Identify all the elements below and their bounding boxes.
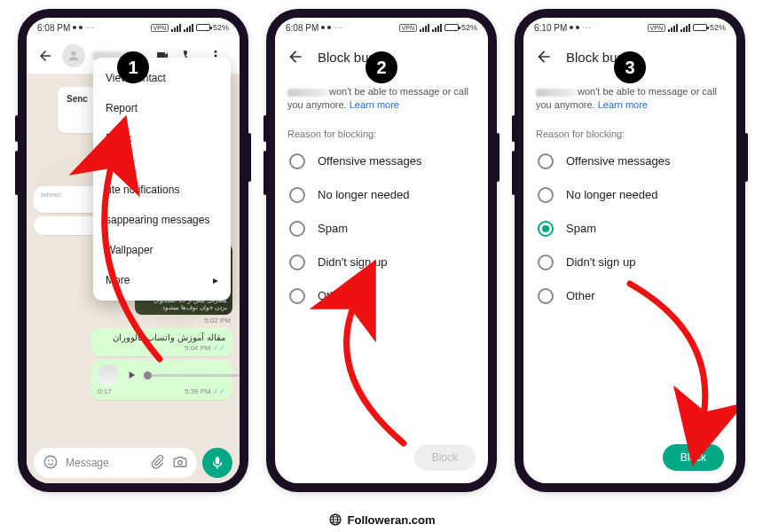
menu-mute[interactable]: ute notifications — [93, 175, 231, 205]
back-icon[interactable] — [35, 46, 55, 66]
menu-view-contact[interactable]: View contact — [93, 63, 231, 93]
svg-point-6 — [178, 460, 183, 465]
menu-report[interactable]: Report — [93, 93, 231, 123]
svg-point-4 — [48, 459, 50, 461]
menu-disappearing[interactable]: sappearing messages — [93, 205, 231, 235]
chevron-right-icon: ▸ — [213, 274, 218, 286]
status-time: 6:08 PM — [286, 23, 319, 33]
step-badge-1: 1 — [117, 51, 149, 83]
globe-icon — [328, 512, 342, 527]
back-icon[interactable] — [534, 47, 554, 66]
chat-input-bar: Message — [27, 442, 240, 483]
learn-more-link[interactable]: Learn more — [598, 99, 648, 110]
status-time: 6:08 PM — [37, 23, 70, 33]
block-button: Block — [414, 444, 476, 471]
reason-didnt-signup[interactable]: Didn't sign up — [529, 246, 731, 279]
emoji-icon[interactable] — [43, 454, 59, 473]
reason-label: Reason for blocking: — [523, 121, 736, 145]
reason-other[interactable]: Other — [280, 279, 483, 313]
reason-spam[interactable]: Spam — [280, 212, 483, 246]
step-badge-3: 3 — [614, 51, 646, 83]
reason-offensive[interactable]: Offensive messages — [529, 145, 731, 178]
reason-label: Reason for blocking: — [275, 121, 488, 145]
play-icon[interactable] — [124, 368, 138, 382]
learn-more-link[interactable]: Learn more — [350, 99, 399, 110]
signal-icon — [171, 24, 181, 32]
overflow-menu: View contact Report Block ute notificati… — [93, 58, 231, 301]
reason-no-longer[interactable]: No longer needed — [529, 178, 731, 212]
svg-point-1 — [215, 54, 217, 57]
status-time: 6:10 PM — [534, 23, 567, 33]
avatar[interactable] — [62, 44, 85, 67]
outgoing-voice[interactable]: 0:17 5:39 PM ✓✓ — [90, 360, 232, 400]
reason-list: Offensive messages No longer needed Spam… — [523, 145, 736, 313]
step-badge-2: 2 — [366, 51, 397, 83]
phone-screen-1: 6:08 PM ⋯ VPN 52% — [18, 9, 248, 492]
camera-icon[interactable] — [172, 454, 188, 473]
svg-point-5 — [51, 459, 53, 461]
status-bar: 6:08 PM ⋯ VPN 52% — [275, 18, 488, 37]
signal-icon — [184, 24, 193, 32]
menu-more[interactable]: More ▸ — [93, 265, 231, 295]
attach-icon[interactable] — [149, 454, 165, 473]
battery-icon — [196, 24, 210, 31]
menu-block[interactable]: Block — [93, 123, 231, 153]
phone-screen-3: 6:10 PM ⋯ VPN 52% Block busin — [515, 9, 745, 492]
mic-button[interactable] — [202, 448, 232, 478]
block-button[interactable]: Block — [663, 444, 724, 471]
battery-pct: 52% — [213, 23, 229, 32]
reason-list: Offensive messages No longer needed Spam… — [275, 145, 488, 313]
outgoing-message[interactable]: مقاله آموزش واتساپ فالووران 5:04 PM ✓✓ — [90, 328, 232, 356]
reason-didnt-signup[interactable]: Didn't sign up — [280, 246, 483, 279]
back-icon[interactable] — [286, 47, 305, 66]
reason-offensive[interactable]: Offensive messages — [280, 145, 483, 178]
menu-wallpaper[interactable]: Wallpaper — [93, 235, 231, 265]
status-bar: 6:08 PM ⋯ VPN 52% — [27, 18, 240, 37]
svg-point-3 — [44, 456, 57, 468]
phone-screen-2: 6:08 PM ⋯ VPN 52% Block busin — [266, 9, 497, 492]
message-input[interactable]: Message — [34, 448, 197, 478]
reason-no-longer[interactable]: No longer needed — [280, 178, 483, 212]
reason-other[interactable]: Other — [529, 279, 731, 313]
status-bar: 6:10 PM ⋯ VPN 52% — [523, 18, 736, 37]
credit: Followeran.com — [0, 512, 763, 527]
reason-spam[interactable]: Spam — [529, 212, 731, 246]
voice-avatar — [98, 364, 119, 386]
svg-point-0 — [215, 51, 217, 53]
